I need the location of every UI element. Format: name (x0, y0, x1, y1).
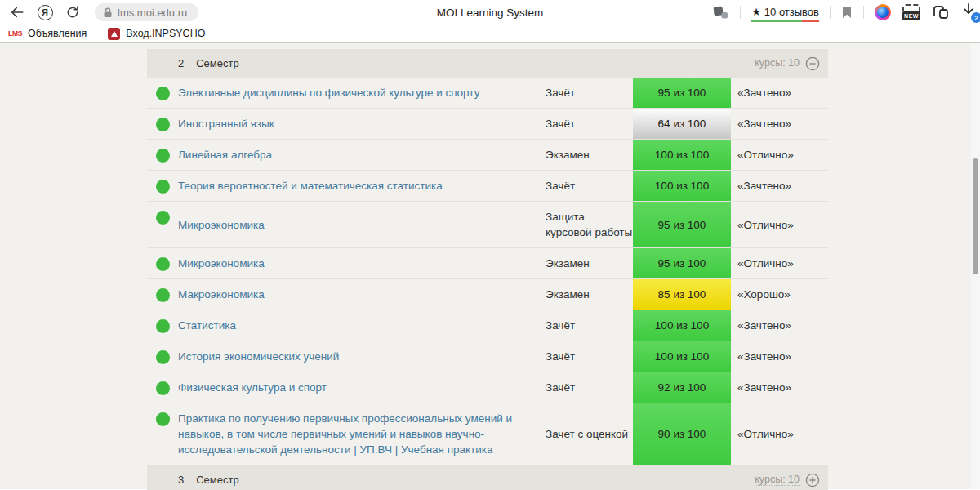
score-badge: 100 из 100 (633, 310, 731, 341)
course-row: Микроэкономика Экзамен 95 из 100 «Отличн… (147, 248, 828, 279)
score-badge: 95 из 100 (633, 248, 731, 278)
yandex-services-button[interactable]: Я (34, 2, 56, 23)
assessment-type: Защита курсовой работы (546, 209, 633, 240)
site-reviews-button[interactable]: ★ 10 отзывов (751, 6, 819, 22)
courses-count-link[interactable]: курсы: 10 (755, 474, 800, 486)
course-link[interactable]: Практика по получению первичных професси… (178, 411, 546, 457)
grade-text: «Зачтено» (737, 180, 791, 192)
toolbar-divider (863, 6, 864, 19)
bookmarks-bar: LMS Объявления Вход.INPSYCHO (0, 24, 980, 43)
lms-favicon: LMS (8, 29, 22, 38)
expand-icon[interactable] (805, 473, 820, 488)
status-dot-icon (156, 288, 170, 302)
semester-label: Семестр (196, 57, 238, 69)
status-dot-icon (156, 180, 170, 194)
browser-toolbar: Я lms.moi.edu.ru MOI Learning System (0, 0, 980, 24)
course-link[interactable]: Макроэкономика (178, 287, 546, 302)
scrollbar (971, 43, 980, 489)
grade-text: «Зачтено» (737, 118, 791, 130)
reviews-count: 10 отзывов (764, 6, 819, 18)
grade-text: «Зачтено» (737, 319, 791, 332)
score-badge: 100 из 100 (633, 171, 731, 201)
url-text: lms.moi.edu.ru (118, 7, 187, 19)
status-dot-icon (156, 149, 170, 163)
collapse-icon[interactable] (805, 56, 820, 71)
rating-bar (751, 20, 819, 22)
semester-number: 3 (178, 474, 184, 486)
inpsycho-favicon (108, 28, 120, 40)
course-link[interactable]: Физическая культура и спорт (178, 380, 546, 395)
assessment-type: Зачёт (546, 318, 633, 333)
semester-gradebook: 2 Семестр курсы: 10 Элективные дисциплин… (147, 49, 828, 490)
assessment-type: Зачёт (546, 178, 633, 194)
tab-groups-icon[interactable] (932, 4, 950, 20)
assessment-type: Зачёт (546, 116, 633, 131)
score-badge: 95 из 100 (633, 202, 731, 247)
grade-text: «Зачтено» (737, 381, 791, 394)
course-row: Физическая культура и спорт Зачёт 92 из … (147, 372, 828, 403)
status-dot-icon (156, 381, 170, 395)
courses-count-link[interactable]: курсы: 10 (755, 57, 800, 69)
semester-number: 2 (178, 57, 184, 69)
back-arrow-icon (9, 4, 25, 20)
course-row: История экономических учений Зачёт 100 и… (147, 341, 828, 372)
grade-text: «Зачтено» (737, 87, 791, 99)
assessment-type: Экзамен (546, 287, 633, 302)
course-row: Макроэкономика Экзамен 85 из 100 «Хорошо… (147, 279, 828, 310)
status-dot-icon (156, 319, 170, 333)
score-badge: 100 из 100 (633, 140, 731, 170)
grade-text: «Отлично» (737, 149, 794, 161)
score-badge: 85 из 100 (633, 279, 731, 310)
course-rows: Элективные дисциплины по физической куль… (147, 78, 828, 466)
semester-label: Семестр (196, 474, 238, 486)
address-bar[interactable]: lms.moi.edu.ru (95, 3, 198, 21)
assessment-type: Зачёт (546, 85, 633, 100)
course-link[interactable]: Микроэкономика (178, 256, 546, 271)
course-row: Иностранный язык Зачёт 64 из 100 «Зачтен… (147, 109, 828, 140)
score-badge: 90 из 100 (633, 403, 731, 465)
assessment-type: Зачет с оценкой (546, 426, 633, 442)
course-row: Линейная алгебра Экзамен 100 из 100 «Отл… (147, 140, 828, 171)
grade-text: «Зачтено» (737, 350, 791, 363)
semester-3-header: 3 Семестр курсы: 10 (147, 466, 828, 490)
status-dot-icon (156, 87, 170, 100)
status-dot-icon (156, 257, 170, 271)
grade-text: «Отлично» (737, 428, 794, 440)
screenshot-new-icon[interactable]: NEW (902, 4, 921, 20)
score-badge: 100 из 100 (633, 341, 731, 372)
lock-icon (103, 7, 113, 18)
refresh-button[interactable] (62, 2, 83, 23)
lms-gradebook-page: 2 Семестр курсы: 10 Элективные дисциплин… (0, 43, 980, 489)
grade-text: «Отлично» (737, 219, 794, 231)
course-row: Статистика Зачёт 100 из 100 «Зачтено» (147, 310, 828, 341)
downloads-badge: 2 (971, 12, 980, 23)
course-link[interactable]: Статистика (178, 318, 546, 333)
new-badge: NEW (902, 11, 920, 20)
course-link[interactable]: Микроэкономика (178, 217, 546, 233)
course-link[interactable]: Теория вероятностей и математическая ста… (178, 178, 546, 194)
assessment-type: Зачёт (546, 380, 633, 395)
course-link[interactable]: Иностранный язык (178, 116, 546, 131)
course-link[interactable]: Элективные дисциплины по физической куль… (178, 85, 546, 100)
bookmark-item-inpsycho[interactable]: Вход.INPSYCHO (108, 28, 205, 40)
star-icon: ★ (751, 7, 761, 17)
bookmark-item-announcements[interactable]: LMS Объявления (8, 28, 87, 39)
scrollbar-thumb[interactable] (973, 158, 978, 274)
course-link[interactable]: Линейная алгебра (178, 147, 546, 163)
course-link[interactable]: История экономических учений (178, 349, 546, 364)
course-row: Элективные дисциплины по физической куль… (147, 78, 828, 109)
assessment-type: Экзамен (546, 256, 633, 271)
extension-icon[interactable] (875, 4, 891, 20)
downloads-icon[interactable]: 2 (960, 2, 978, 22)
score-badge: 95 из 100 (633, 78, 731, 108)
bookmark-icon[interactable] (841, 6, 853, 19)
yandex-logo-icon: Я (38, 5, 53, 20)
course-row: Микроэкономика Защита курсовой работы 95… (147, 202, 828, 248)
semester-2-header: 2 Семестр курсы: 10 (147, 49, 828, 78)
back-button[interactable] (7, 2, 28, 23)
status-dot-icon (156, 211, 170, 225)
grade-text: «Хорошо» (737, 288, 791, 301)
score-badge: 92 из 100 (633, 372, 731, 403)
score-badge: 64 из 100 (633, 109, 731, 139)
collections-icon[interactable] (711, 4, 729, 20)
